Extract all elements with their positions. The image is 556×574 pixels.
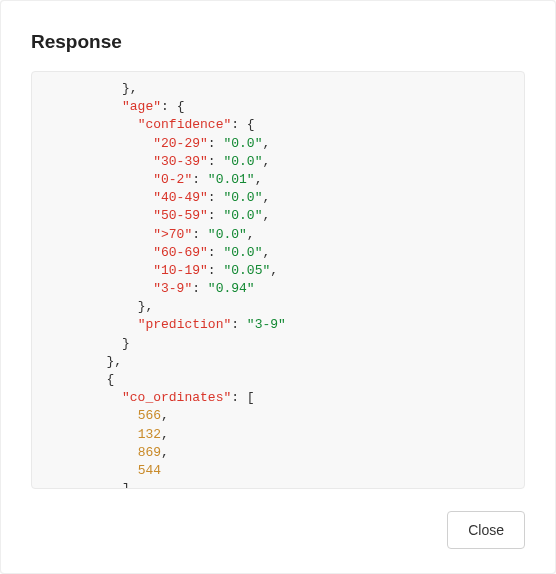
code-line: "10-19": "0.05",: [44, 262, 512, 280]
json-punct: ,: [262, 245, 270, 260]
json-string: "0.0": [223, 154, 262, 169]
json-punct: :: [208, 154, 224, 169]
response-modal: Response }, "age": { "confidence": { "20…: [0, 0, 556, 574]
json-punct: :: [192, 172, 208, 187]
json-punct: :: [208, 136, 224, 151]
json-key: "20-29": [153, 136, 208, 151]
json-punct: ,: [262, 190, 270, 205]
json-string: "0.0": [223, 136, 262, 151]
json-key: "50-59": [153, 208, 208, 223]
code-line: 132,: [44, 426, 512, 444]
json-string: "3-9": [247, 317, 286, 332]
modal-footer: Close: [31, 511, 525, 549]
code-line: "30-39": "0.0",: [44, 153, 512, 171]
json-punct: }: [122, 336, 130, 351]
json-punct: ,: [262, 208, 270, 223]
json-string: "0.0": [223, 208, 262, 223]
code-line: 544: [44, 462, 512, 480]
code-line: "40-49": "0.0",: [44, 189, 512, 207]
json-punct: ,: [247, 227, 255, 242]
json-punct: :: [208, 263, 224, 278]
json-key: "3-9": [153, 281, 192, 296]
code-line: "prediction": "3-9": [44, 316, 512, 334]
json-punct: },: [122, 81, 138, 96]
code-line: "3-9": "0.94": [44, 280, 512, 298]
json-key: "30-39": [153, 154, 208, 169]
json-number: 132: [138, 427, 161, 442]
json-key: "40-49": [153, 190, 208, 205]
json-number: 566: [138, 408, 161, 423]
json-string: "0.0": [223, 190, 262, 205]
json-punct: : [: [231, 390, 254, 405]
code-line: "50-59": "0.0",: [44, 207, 512, 225]
json-string: "0.0": [223, 245, 262, 260]
json-punct: :: [208, 208, 224, 223]
close-button[interactable]: Close: [447, 511, 525, 549]
json-punct: ,: [270, 263, 278, 278]
code-line: 869,: [44, 444, 512, 462]
json-punct: ,: [262, 154, 270, 169]
json-punct: ,: [255, 172, 263, 187]
code-line: "20-29": "0.0",: [44, 135, 512, 153]
json-punct: :: [192, 227, 208, 242]
json-string: "0.01": [208, 172, 255, 187]
code-line: ],: [44, 480, 512, 489]
json-key: ">70": [153, 227, 192, 242]
code-line: "co_ordinates": [: [44, 389, 512, 407]
code-line: "age": {: [44, 98, 512, 116]
code-line: {: [44, 371, 512, 389]
json-punct: },: [106, 354, 122, 369]
json-punct: {: [106, 372, 114, 387]
json-punct: :: [192, 281, 208, 296]
json-key: "co_ordinates": [122, 390, 231, 405]
json-string: "0.0": [208, 227, 247, 242]
json-string: "0.05": [223, 263, 270, 278]
json-punct: },: [138, 299, 154, 314]
json-key: "prediction": [138, 317, 232, 332]
code-line: ">70": "0.0",: [44, 226, 512, 244]
json-punct: ,: [161, 427, 169, 442]
json-punct: ,: [161, 408, 169, 423]
json-number: 544: [138, 463, 161, 478]
code-line: },: [44, 298, 512, 316]
json-punct: :: [231, 317, 247, 332]
modal-title: Response: [31, 31, 525, 53]
json-key: "confidence": [138, 117, 232, 132]
json-string: "0.94": [208, 281, 255, 296]
json-punct: :: [208, 245, 224, 260]
json-punct: ,: [262, 136, 270, 151]
json-key: "60-69": [153, 245, 208, 260]
response-code-block: }, "age": { "confidence": { "20-29": "0.…: [31, 71, 525, 489]
json-number: 869: [138, 445, 161, 460]
code-line: "60-69": "0.0",: [44, 244, 512, 262]
json-key: "0-2": [153, 172, 192, 187]
json-punct: :: [208, 190, 224, 205]
json-punct: : {: [231, 117, 254, 132]
json-punct: ],: [122, 481, 138, 489]
json-punct: : {: [161, 99, 184, 114]
code-line: "confidence": {: [44, 116, 512, 134]
code-line: },: [44, 353, 512, 371]
json-key: "age": [122, 99, 161, 114]
json-key: "10-19": [153, 263, 208, 278]
code-line: },: [44, 80, 512, 98]
json-punct: ,: [161, 445, 169, 460]
code-line: 566,: [44, 407, 512, 425]
code-line: "0-2": "0.01",: [44, 171, 512, 189]
code-line: }: [44, 335, 512, 353]
